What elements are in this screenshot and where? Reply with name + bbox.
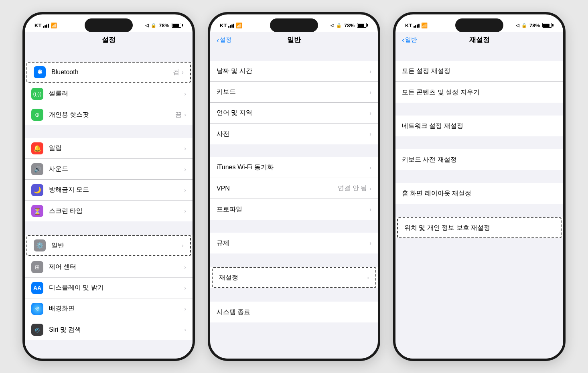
group-spacer-2a xyxy=(210,48,378,61)
reset-all-settings-label: 모든 설정 재설정 xyxy=(402,67,557,75)
wallpaper-label: 배경화면 xyxy=(49,304,184,313)
reset-home-item[interactable]: 홈 화면 레이아웃 재설정 xyxy=(395,183,563,204)
status-right-3: ◁ 🔒 78% xyxy=(516,22,554,28)
group-spacer-2f xyxy=(210,322,378,335)
dnd-item[interactable]: 🌙 방해금지 모드 › xyxy=(25,180,193,201)
bluetooth-chevron: › xyxy=(182,69,184,75)
profile-item[interactable]: 프로파일 › xyxy=(210,199,378,220)
reset-item[interactable]: 재설정 › xyxy=(212,267,376,288)
general-label: 일반 xyxy=(51,241,182,250)
hotspot-chevron: › xyxy=(184,111,186,118)
dynamic-island-3 xyxy=(455,18,503,32)
reset-keyboard-item[interactable]: 키보드 사전 재설정 xyxy=(395,149,563,170)
settings-section-3c: 키보드 사전 재설정 xyxy=(395,149,563,170)
general-item[interactable]: ⚙️ 일반 › xyxy=(26,235,191,256)
regulation-chevron: › xyxy=(369,240,371,246)
location-icon-1: ◁ xyxy=(145,23,148,28)
back-chevron-3: ‹ xyxy=(402,36,404,44)
language-item[interactable]: 언어 및 지역 › xyxy=(210,103,378,124)
settings-section-2c: 규제 › xyxy=(210,233,378,253)
reset-all-settings-item[interactable]: 모든 설정 재설정 xyxy=(395,61,563,82)
alarm-chevron: › xyxy=(184,145,186,152)
general-chevron: › xyxy=(182,242,184,249)
wallpaper-icon: ❊ xyxy=(31,303,43,315)
language-chevron: › xyxy=(369,110,371,116)
vpn-item[interactable]: VPN 연결 안 됨 › xyxy=(210,178,378,199)
reset-location-item[interactable]: 위치 및 개인 정보 보호 재설정 xyxy=(397,217,562,238)
wifi-icon-2: 📶 xyxy=(236,22,242,28)
phone-2: KT 📶 ◁ 🔒 78% ‹ 설정 일반 xyxy=(208,12,380,361)
phone-3: KT 📶 ◁ 🔒 78% ‹ 일반 재설정 xyxy=(393,12,566,361)
wifi-icon-1: 📶 xyxy=(51,22,57,28)
settings-section-2d: 재설정 › xyxy=(210,267,378,288)
siri-item[interactable]: ◎ Siri 및 검색 › xyxy=(25,319,193,340)
hotspot-item[interactable]: ⊕ 개인용 핫스팟 끔 › xyxy=(25,104,193,125)
screentime-item[interactable]: ⏳ 스크린 타임 › xyxy=(25,201,193,221)
erase-all-item[interactable]: 모든 콘텐츠 및 설정 지우기 xyxy=(395,82,563,103)
location-icon-3: ◁ xyxy=(516,23,519,28)
cellular-label: 셀룰러 xyxy=(49,89,184,98)
group-spacer-3c xyxy=(395,136,563,149)
alarm-item[interactable]: 🔔 알림 › xyxy=(25,138,193,159)
lock-icon-3: 🔒 xyxy=(521,23,527,28)
lock-icon-2: 🔒 xyxy=(336,23,342,28)
group-spacer-3d xyxy=(395,170,563,183)
shutdown-item[interactable]: 시스템 종료 xyxy=(210,302,378,322)
signal-bars-3 xyxy=(414,23,420,28)
group-spacer-3e xyxy=(395,204,563,217)
carrier-1: KT xyxy=(34,22,41,28)
back-button-3[interactable]: ‹ 일반 xyxy=(402,36,417,44)
control-label: 제어 센터 xyxy=(49,263,184,271)
shutdown-label: 시스템 종료 xyxy=(217,308,371,316)
group-spacer-1d xyxy=(25,340,193,353)
status-left-2: KT 📶 xyxy=(220,22,242,28)
battery-icon-3 xyxy=(542,23,554,28)
settings-section-3a: 모든 설정 재설정 모든 콘텐츠 및 설정 지우기 xyxy=(395,61,563,103)
itunes-item[interactable]: iTunes Wi-Fi 동기화 › xyxy=(210,157,378,178)
settings-content-3: 모든 설정 재설정 모든 콘텐츠 및 설정 지우기 네트워크 설정 재설정 키보… xyxy=(395,48,563,359)
signal-bars-2 xyxy=(228,23,234,28)
vpn-value: 연결 안 됨 xyxy=(338,184,367,193)
dynamic-island-2 xyxy=(270,18,318,32)
bluetooth-label: Bluetooth xyxy=(51,69,173,76)
sound-item[interactable]: 🔊 사운드 › xyxy=(25,159,193,180)
keyboard-label: 키보드 xyxy=(217,88,369,96)
group-spacer-1a xyxy=(25,48,193,61)
wallpaper-item[interactable]: ❊ 배경화면 › xyxy=(25,298,193,319)
itunes-chevron: › xyxy=(369,164,371,171)
group-spacer-2c xyxy=(210,220,378,233)
display-chevron: › xyxy=(184,285,186,291)
dictionary-item[interactable]: 사전 › xyxy=(210,124,378,144)
language-label: 언어 및 지역 xyxy=(217,109,369,117)
cellular-icon: ((·)) xyxy=(31,88,43,100)
settings-section-3d: 홈 화면 레이아웃 재설정 xyxy=(395,183,563,204)
datetime-chevron: › xyxy=(369,68,371,75)
keyboard-item[interactable]: 키보드 › xyxy=(210,82,378,103)
reset-network-item[interactable]: 네트워크 설정 재설정 xyxy=(395,116,563,136)
display-item[interactable]: AA 디스플레이 및 밝기 › xyxy=(25,278,193,298)
screentime-icon: ⏳ xyxy=(31,205,43,217)
settings-section-3b: 네트워크 설정 재설정 xyxy=(395,116,563,136)
control-chevron: › xyxy=(184,264,186,270)
group-spacer-3f xyxy=(395,239,563,252)
group-spacer-3a xyxy=(395,48,563,61)
alarm-icon: 🔔 xyxy=(31,142,43,154)
carrier-3: KT xyxy=(405,22,412,28)
bluetooth-item[interactable]: ✱ Bluetooth 검 › xyxy=(26,62,191,83)
back-button-2[interactable]: ‹ 설정 xyxy=(217,36,232,44)
battery-percent-3: 78% xyxy=(529,22,540,28)
hotspot-icon: ⊕ xyxy=(31,109,43,121)
group-spacer-3b xyxy=(395,103,563,116)
general-icon: ⚙️ xyxy=(34,239,46,251)
regulation-item[interactable]: 규제 › xyxy=(210,233,378,253)
back-label-2: 설정 xyxy=(220,36,232,44)
datetime-item[interactable]: 날짜 및 시간 › xyxy=(210,61,378,82)
erase-all-label: 모든 콘텐츠 및 설정 지우기 xyxy=(402,88,557,97)
cellular-item[interactable]: ((·)) 셀룰러 › xyxy=(25,83,193,104)
dnd-label: 방해금지 모드 xyxy=(49,186,184,194)
control-item[interactable]: ⊞ 제어 센터 › xyxy=(25,257,193,278)
settings-section-1c: ⚙️ 일반 › ⊞ 제어 센터 › AA 디스플레이 및 밝기 › xyxy=(25,235,193,340)
sound-icon: 🔊 xyxy=(31,163,43,175)
reset-home-label: 홈 화면 레이아웃 재설정 xyxy=(402,189,557,198)
reset-keyboard-label: 키보드 사전 재설정 xyxy=(402,156,557,164)
